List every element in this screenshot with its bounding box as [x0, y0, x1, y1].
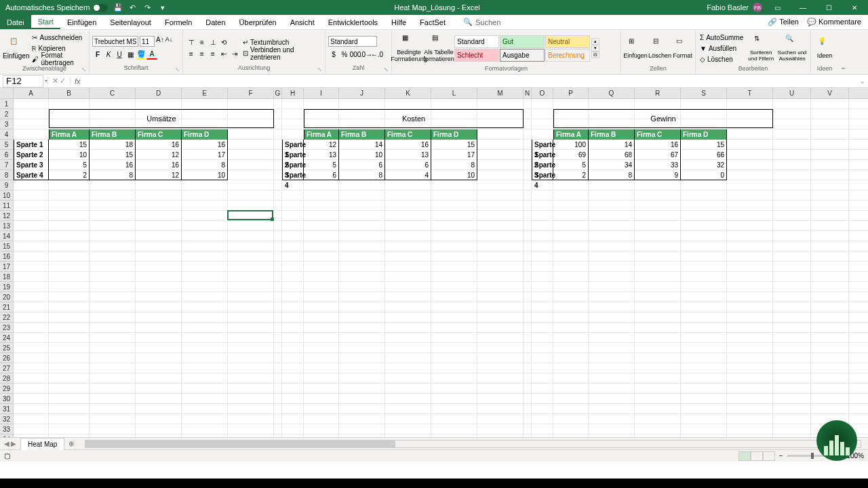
tab-help[interactable]: Hilfe — [384, 15, 413, 29]
cell[interactable]: 12 — [136, 150, 182, 160]
clear-button[interactable]: ◇Löschen — [698, 54, 745, 64]
row-header[interactable]: 22 — [0, 312, 14, 323]
cell[interactable]: 8 — [339, 170, 385, 180]
normal-view-button[interactable] — [738, 451, 751, 461]
cell[interactable]: 17 — [431, 150, 477, 160]
row-header[interactable]: 20 — [0, 292, 14, 302]
name-box[interactable] — [3, 75, 43, 87]
align-center-icon[interactable]: ≡ — [197, 48, 208, 59]
sort-filter-button[interactable]: ⇅Sortieren und Filtern — [746, 31, 776, 65]
zoom-out-button[interactable]: − — [779, 452, 783, 460]
column-header[interactable]: A — [14, 88, 49, 98]
row-header[interactable]: 1 — [0, 99, 14, 109]
cell[interactable]: 10 — [431, 170, 477, 180]
launcher-icon[interactable]: ⤡ — [384, 66, 389, 73]
font-color-button[interactable]: A — [146, 49, 157, 60]
fill-button[interactable]: ▼Ausfüllen — [698, 43, 745, 54]
minimize-button[interactable]: — — [792, 1, 814, 14]
conditional-formatting-button[interactable]: ▦Bedingte Formatierung — [395, 31, 423, 65]
row-header[interactable]: 34 — [0, 434, 14, 437]
border-button[interactable]: ▦ — [125, 49, 136, 60]
cell[interactable]: 5 — [49, 160, 90, 170]
sheet-nav-next-icon[interactable]: ▶ — [11, 440, 16, 447]
cell[interactable]: Firma A — [553, 129, 589, 140]
tab-formulas[interactable]: Formeln — [158, 15, 199, 29]
indent-inc-icon[interactable]: ⇥ — [229, 48, 240, 59]
column-header[interactable]: R — [635, 88, 681, 98]
cell[interactable]: 15 — [681, 140, 727, 150]
row-header[interactable]: 18 — [0, 272, 14, 282]
column-header[interactable]: K — [385, 88, 431, 98]
percent-icon[interactable]: % — [339, 49, 350, 60]
column-header[interactable]: T — [727, 88, 773, 98]
cell[interactable]: Firma B — [339, 129, 385, 140]
cell[interactable]: 100 — [553, 140, 589, 150]
ideas-button[interactable]: 💡Ideen — [814, 31, 835, 65]
cell[interactable]: Sparte 4 — [532, 170, 553, 180]
selected-cell[interactable] — [227, 210, 273, 220]
select-all-corner[interactable] — [0, 88, 14, 98]
cell[interactable]: 6 — [385, 160, 431, 170]
cell[interactable]: 68 — [589, 150, 635, 160]
cell[interactable]: Firma D — [681, 129, 727, 140]
cell[interactable]: 16 — [136, 140, 182, 150]
column-header[interactable]: J — [339, 88, 385, 98]
cell[interactable]: Sparte 3 — [282, 160, 304, 170]
cell[interactable]: 15 — [49, 140, 90, 150]
launcher-icon[interactable]: ⤡ — [317, 66, 322, 73]
cell[interactable]: 4 — [385, 170, 431, 180]
column-header[interactable]: M — [477, 88, 524, 98]
underline-button[interactable]: U — [114, 49, 125, 60]
ribbon-options-icon[interactable]: ▭ — [766, 1, 788, 14]
undo-icon[interactable]: ↶ — [128, 3, 138, 12]
share-button[interactable]: 🔗 Teilen — [768, 18, 799, 26]
cell[interactable]: Firma D — [431, 129, 477, 140]
gallery-more-icon[interactable]: ⊟ — [591, 52, 599, 58]
currency-icon[interactable]: $ — [328, 49, 339, 60]
autosave-toggle[interactable]: Automatisches Speichern — [5, 3, 108, 12]
cell[interactable]: 8 — [431, 160, 477, 170]
cell[interactable]: Sparte 2 — [14, 150, 49, 160]
cut-button[interactable]: ✂Ausschneiden — [31, 33, 86, 43]
row-header[interactable]: 8 — [0, 170, 14, 180]
cell[interactable]: 13 — [304, 150, 339, 160]
cell[interactable]: Sparte 1 — [282, 140, 304, 150]
row-header[interactable]: 10 — [0, 190, 14, 201]
cell[interactable]: 12 — [304, 140, 339, 150]
row-header[interactable]: 24 — [0, 333, 14, 343]
style-ausgabe[interactable]: Ausgabe — [500, 49, 545, 62]
comma-icon[interactable]: 000 — [350, 49, 361, 60]
cell[interactable]: 5 — [553, 160, 589, 170]
row-header[interactable]: 5 — [0, 140, 14, 150]
row-header[interactable]: 26 — [0, 353, 14, 363]
cell[interactable]: 9 — [635, 170, 681, 180]
cell[interactable]: 0 — [681, 170, 727, 180]
cell[interactable]: 34 — [589, 160, 635, 170]
column-header[interactable]: E — [182, 88, 228, 98]
style-neutral[interactable]: Neutral — [545, 35, 590, 48]
cell[interactable]: Sparte 3 — [532, 160, 553, 170]
row-header[interactable]: 30 — [0, 394, 14, 404]
style-schlecht[interactable]: Schlecht — [454, 49, 499, 62]
redo-icon[interactable]: ↷ — [143, 3, 153, 12]
row-header[interactable]: 27 — [0, 363, 14, 373]
column-header[interactable]: U — [773, 88, 811, 98]
decrease-font-icon[interactable]: A↓ — [165, 36, 173, 47]
row-header[interactable]: 17 — [0, 262, 14, 272]
formula-input[interactable] — [85, 75, 856, 87]
delete-cells-button[interactable]: ⊟Löschen — [648, 31, 671, 65]
tab-developer[interactable]: Entwicklertools — [321, 15, 384, 29]
row-header[interactable]: 19 — [0, 282, 14, 292]
row-header[interactable]: 32 — [0, 414, 14, 424]
find-select-button[interactable]: 🔍Suchen und Auswählen — [777, 31, 807, 65]
save-icon[interactable]: 💾 — [113, 3, 123, 12]
format-painter-button[interactable]: 🖌Format übertragen — [31, 54, 86, 64]
format-cells-button[interactable]: ▭Format — [673, 31, 692, 65]
tab-factset[interactable]: FactSet — [413, 15, 452, 29]
cell[interactable]: 6 — [304, 170, 339, 180]
row-header[interactable]: 29 — [0, 384, 14, 394]
column-header[interactable]: D — [136, 88, 182, 98]
collapse-ribbon-icon[interactable]: ⌃ — [838, 30, 848, 74]
spreadsheet-grid[interactable]: ABCDEFGHIJKLMNOPQRSTUV 12345678910111213… — [0, 88, 868, 437]
column-header[interactable]: N — [524, 88, 532, 98]
